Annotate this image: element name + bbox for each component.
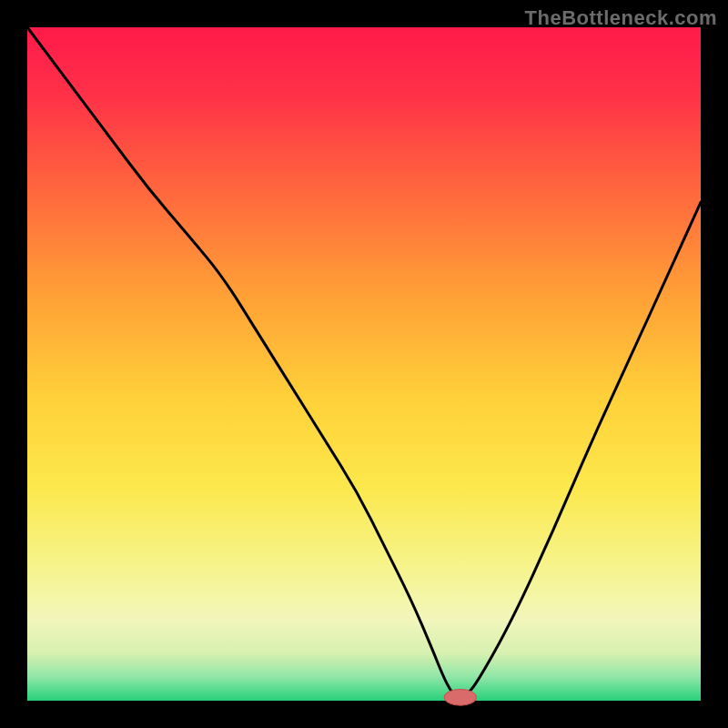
- chart-frame: TheBottleneck.com: [0, 0, 728, 728]
- watermark-text: TheBottleneck.com: [525, 6, 717, 30]
- optimal-marker: [444, 689, 477, 705]
- bottleneck-chart: [0, 0, 728, 728]
- plot-background: [27, 27, 701, 701]
